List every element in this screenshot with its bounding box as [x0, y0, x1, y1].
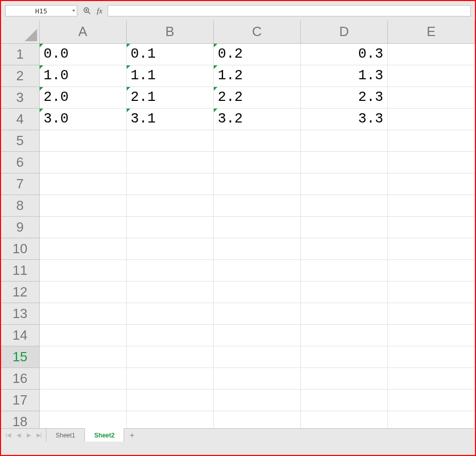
select-all-corner[interactable] [1, 21, 39, 43]
cell-D8[interactable] [300, 195, 387, 216]
cell-A10[interactable] [39, 238, 126, 259]
column-header-E[interactable]: E [387, 21, 474, 43]
cell-C14[interactable] [213, 324, 300, 346]
cell-A3[interactable]: 2.0 [39, 86, 126, 108]
formula-input[interactable] [108, 5, 471, 16]
cell-D3[interactable]: 2.3 [300, 86, 387, 108]
cell-E8[interactable] [387, 195, 474, 216]
row-header-1[interactable]: 1 [1, 43, 39, 65]
cell-C3[interactable]: 2.2 [213, 86, 300, 108]
add-sheet-button[interactable]: + [124, 429, 140, 442]
cell-B11[interactable] [126, 259, 213, 281]
tab-nav-prev-icon[interactable]: ◀ [13, 432, 24, 439]
column-header-D[interactable]: D [300, 21, 387, 43]
cell-C4[interactable]: 3.2 [213, 108, 300, 130]
name-box[interactable]: H15 [5, 5, 77, 16]
cell-D12[interactable] [300, 281, 387, 303]
cell-B5[interactable] [126, 130, 213, 151]
cell-C1[interactable]: 0.2 [213, 43, 300, 65]
cell-E7[interactable] [387, 173, 474, 195]
row-header-15[interactable]: 15 [1, 346, 39, 367]
cell-B8[interactable] [126, 195, 213, 216]
cell-D6[interactable] [300, 151, 387, 173]
row-header-9[interactable]: 9 [1, 216, 39, 238]
cell-A12[interactable] [39, 281, 126, 303]
cell-E13[interactable] [387, 303, 474, 324]
cell-C7[interactable] [213, 173, 300, 195]
row-header-11[interactable]: 11 [1, 259, 39, 281]
cell-A6[interactable] [39, 151, 126, 173]
cell-B15[interactable] [126, 346, 213, 367]
row-header-2[interactable]: 2 [1, 65, 39, 86]
cell-E10[interactable] [387, 238, 474, 259]
cell-C2[interactable]: 1.2 [213, 65, 300, 86]
cell-B12[interactable] [126, 281, 213, 303]
cell-B7[interactable] [126, 173, 213, 195]
cell-D11[interactable] [300, 259, 387, 281]
cell-D14[interactable] [300, 324, 387, 346]
tab-sheet2[interactable]: Sheet2 [84, 428, 124, 442]
row-header-5[interactable]: 5 [1, 130, 39, 151]
row-header-10[interactable]: 10 [1, 238, 39, 259]
cell-B10[interactable] [126, 238, 213, 259]
cell-D5[interactable] [300, 130, 387, 151]
cell-D15[interactable] [300, 346, 387, 367]
cell-D7[interactable] [300, 173, 387, 195]
cell-E2[interactable] [387, 65, 474, 86]
cell-A8[interactable] [39, 195, 126, 216]
row-header-13[interactable]: 13 [1, 303, 39, 324]
cell-A15[interactable] [39, 346, 126, 367]
column-header-A[interactable]: A [39, 21, 126, 43]
cell-A17[interactable] [39, 389, 126, 411]
chevron-down-icon[interactable] [72, 10, 75, 12]
cell-B9[interactable] [126, 216, 213, 238]
row-header-7[interactable]: 7 [1, 173, 39, 195]
cell-E1[interactable] [387, 43, 474, 65]
cell-E11[interactable] [387, 259, 474, 281]
cell-B1[interactable]: 0.1 [126, 43, 213, 65]
cell-C12[interactable] [213, 281, 300, 303]
fx-label[interactable]: fx [97, 7, 103, 15]
cell-E9[interactable] [387, 216, 474, 238]
cell-E15[interactable] [387, 346, 474, 367]
tab-nav-next-icon[interactable]: ▶ [24, 432, 34, 439]
cell-C9[interactable] [213, 216, 300, 238]
cell-A2[interactable]: 1.0 [39, 65, 126, 86]
row-header-12[interactable]: 12 [1, 281, 39, 303]
cell-D10[interactable] [300, 238, 387, 259]
cell-C5[interactable] [213, 130, 300, 151]
spreadsheet-grid[interactable]: ABCDE10.00.10.20.321.01.11.21.332.02.12.… [1, 21, 475, 442]
cell-A16[interactable] [39, 367, 126, 389]
zoom-icon[interactable] [82, 6, 92, 15]
cell-E16[interactable] [387, 367, 474, 389]
cell-E14[interactable] [387, 324, 474, 346]
cell-C16[interactable] [213, 367, 300, 389]
cell-C6[interactable] [213, 151, 300, 173]
cell-B3[interactable]: 2.1 [126, 86, 213, 108]
cell-D1[interactable]: 0.3 [300, 43, 387, 65]
cell-A14[interactable] [39, 324, 126, 346]
cell-B14[interactable] [126, 324, 213, 346]
cell-D17[interactable] [300, 389, 387, 411]
column-header-B[interactable]: B [126, 21, 213, 43]
cell-A9[interactable] [39, 216, 126, 238]
cell-E17[interactable] [387, 389, 474, 411]
cell-E6[interactable] [387, 151, 474, 173]
cell-D16[interactable] [300, 367, 387, 389]
cell-E5[interactable] [387, 130, 474, 151]
cell-D2[interactable]: 1.3 [300, 65, 387, 86]
row-header-8[interactable]: 8 [1, 195, 39, 216]
row-header-16[interactable]: 16 [1, 367, 39, 389]
cell-C17[interactable] [213, 389, 300, 411]
row-header-17[interactable]: 17 [1, 389, 39, 411]
cell-C8[interactable] [213, 195, 300, 216]
cell-B16[interactable] [126, 367, 213, 389]
cell-D4[interactable]: 3.3 [300, 108, 387, 130]
tab-sheet1[interactable]: Sheet1 [46, 429, 85, 442]
cell-C13[interactable] [213, 303, 300, 324]
cell-B4[interactable]: 3.1 [126, 108, 213, 130]
cell-C15[interactable] [213, 346, 300, 367]
cell-E12[interactable] [387, 281, 474, 303]
cell-B6[interactable] [126, 151, 213, 173]
cell-A1[interactable]: 0.0 [39, 43, 126, 65]
